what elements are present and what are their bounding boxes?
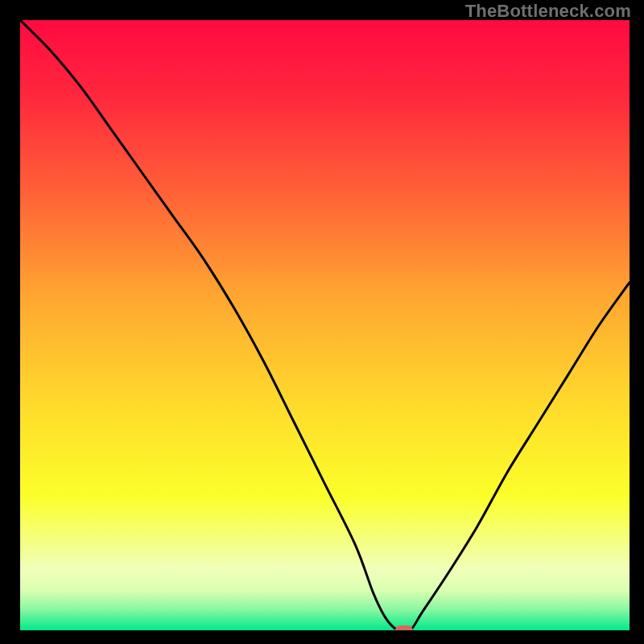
plot-area — [20, 20, 630, 630]
optimum-marker — [395, 625, 413, 630]
watermark-text: TheBottleneck.com — [465, 1, 631, 22]
chart-stage: TheBottleneck.com — [0, 0, 644, 644]
bottleneck-curve — [20, 20, 630, 630]
